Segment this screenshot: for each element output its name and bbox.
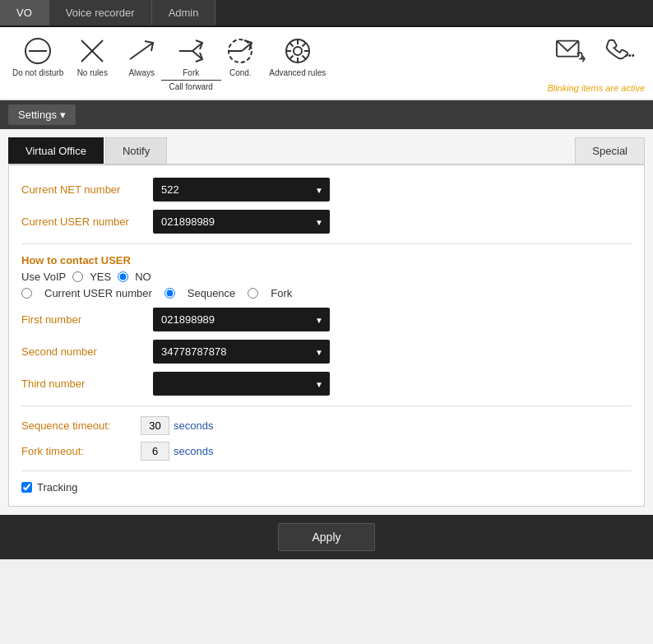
fork-timeout-label: Fork timeout:	[21, 445, 137, 457]
cond-icon	[225, 35, 256, 67]
tab-spacer	[169, 137, 575, 164]
phone-icon-item[interactable]: •••	[600, 35, 641, 67]
always-label: Always	[128, 68, 155, 78]
third-number-row: Third number	[21, 372, 632, 396]
svg-line-17	[289, 43, 294, 47]
first-number-dropdown[interactable]: 021898989	[153, 308, 330, 331]
first-number-label: First number	[21, 313, 153, 326]
call-forward-label: Call forward	[161, 80, 221, 91]
contact-fork-label: Fork	[271, 287, 292, 299]
cond-icon-item[interactable]: Cond.	[220, 35, 261, 78]
sequence-timeout-input[interactable]	[141, 416, 169, 435]
cond-label: Cond.	[229, 68, 252, 78]
voip-no-label: NO	[135, 271, 151, 283]
no-rules-icon	[76, 35, 108, 67]
first-number-dropdown-wrapper: 021898989	[153, 308, 330, 331]
tracking-checkbox[interactable]	[21, 482, 32, 493]
voip-no-radio[interactable]	[118, 271, 128, 282]
call-forward-group: Always Fork	[121, 35, 261, 91]
first-number-row: First number 021898989	[21, 308, 632, 331]
call-forward-icons: Always Fork	[121, 35, 261, 78]
always-icon-item[interactable]: Always	[121, 35, 162, 78]
always-icon	[126, 35, 157, 67]
fork-label: Fork	[183, 68, 199, 78]
icon-group-left: Do not disturb No rules	[12, 35, 326, 91]
icon-toolbar: Do not disturb No rules	[0, 27, 653, 100]
second-number-label: Second number	[21, 345, 153, 358]
use-voip-row: Use VoIP YES NO	[21, 271, 632, 283]
email-icon	[555, 35, 586, 67]
tracking-label: Tracking	[37, 481, 77, 493]
voip-yes-label: YES	[90, 271, 111, 283]
sequence-timeout-unit: seconds	[174, 419, 213, 432]
apply-button[interactable]: Apply	[278, 523, 374, 551]
top-tab-bar: VO Voice recorder Admin	[0, 0, 653, 27]
timeout-section: Sequence timeout: seconds Fork timeout: …	[21, 416, 632, 461]
second-number-dropdown[interactable]: 34778787878	[153, 340, 330, 364]
apply-bar: Apply	[0, 515, 653, 559]
current-user-dropdown-wrapper: 021898989	[153, 210, 330, 234]
current-net-dropdown[interactable]: 522	[153, 178, 330, 202]
svg-text:•••: •••	[625, 51, 635, 61]
contact-sequence-radio[interactable]	[164, 288, 175, 299]
current-net-dropdown-wrapper: 522	[153, 178, 330, 202]
current-user-label: Current USER number	[21, 215, 153, 228]
advanced-rules-icon	[282, 35, 313, 67]
current-user-dropdown[interactable]: 021898989	[153, 210, 330, 234]
tracking-row: Tracking	[21, 481, 632, 493]
second-number-dropdown-wrapper: 34778787878	[153, 340, 330, 364]
contact-user-radio[interactable]	[21, 288, 32, 299]
tab-admin[interactable]: Admin	[152, 0, 216, 25]
contact-title: How to contact USER	[21, 254, 632, 266]
do-not-disturb-icon	[22, 35, 53, 67]
second-number-row: Second number 34778787878	[21, 340, 632, 364]
email-icon-item[interactable]	[550, 35, 591, 67]
phone-icon: •••	[604, 35, 636, 67]
contact-method-row: Current USER number Sequence Fork	[21, 287, 632, 299]
contact-sequence-label: Sequence	[188, 287, 236, 299]
settings-bar: Settings ▾	[0, 100, 653, 129]
blink-notice: Blinking items are active	[547, 83, 645, 93]
do-not-disturb-label: Do not disturb	[12, 68, 63, 78]
svg-line-18	[302, 56, 306, 60]
tab-special[interactable]: Special	[575, 137, 645, 164]
third-number-label: Third number	[21, 378, 153, 390]
current-net-row: Current NET number 522	[21, 178, 632, 202]
fork-timeout-unit: seconds	[174, 445, 213, 457]
fork-timeout-row: Fork timeout: seconds	[21, 442, 632, 461]
tab-virtual-office[interactable]: Virtual Office	[8, 137, 104, 164]
fork-timeout-input[interactable]	[141, 442, 169, 461]
advanced-rules-icon-item[interactable]: Advanced rules	[269, 35, 326, 78]
svg-point-12	[294, 47, 302, 55]
current-user-row: Current USER number 021898989	[21, 210, 632, 234]
settings-panel: Current NET number 522 Current USER numb…	[8, 164, 645, 507]
fork-icon-item[interactable]: Fork	[170, 35, 211, 78]
tab-vo[interactable]: VO	[0, 0, 49, 25]
voip-yes-radio[interactable]	[72, 271, 83, 282]
no-rules-icon-item[interactable]: No rules	[72, 35, 113, 78]
svg-line-4	[130, 43, 153, 59]
no-rules-label: No rules	[77, 68, 108, 78]
fork-icon	[175, 35, 206, 67]
svg-line-20	[289, 56, 294, 60]
settings-button[interactable]: Settings ▾	[8, 104, 76, 125]
sequence-timeout-row: Sequence timeout: seconds	[21, 416, 632, 435]
do-not-disturb-icon-item[interactable]: Do not disturb	[12, 35, 63, 78]
third-number-dropdown[interactable]	[153, 372, 330, 396]
divider-3	[21, 470, 632, 471]
contact-user-label: Current USER number	[44, 287, 152, 299]
contact-section: How to contact USER Use VoIP YES NO Curr…	[21, 254, 632, 396]
divider-1	[21, 243, 632, 244]
tab-notify[interactable]: Notify	[105, 137, 167, 164]
svg-line-19	[302, 43, 306, 47]
advanced-rules-label: Advanced rules	[269, 68, 326, 78]
use-voip-label: Use VoIP	[21, 271, 66, 283]
right-icon-group: •••	[550, 35, 641, 67]
divider-2	[21, 405, 632, 406]
contact-fork-radio[interactable]	[248, 288, 258, 299]
main-tab-bar: Virtual Office Notify Special	[8, 137, 645, 164]
content-area: Virtual Office Notify Special Current NE…	[0, 129, 653, 515]
tab-voice-recorder[interactable]: Voice recorder	[49, 0, 152, 25]
third-number-dropdown-wrapper	[153, 372, 330, 396]
current-net-label: Current NET number	[21, 183, 153, 196]
